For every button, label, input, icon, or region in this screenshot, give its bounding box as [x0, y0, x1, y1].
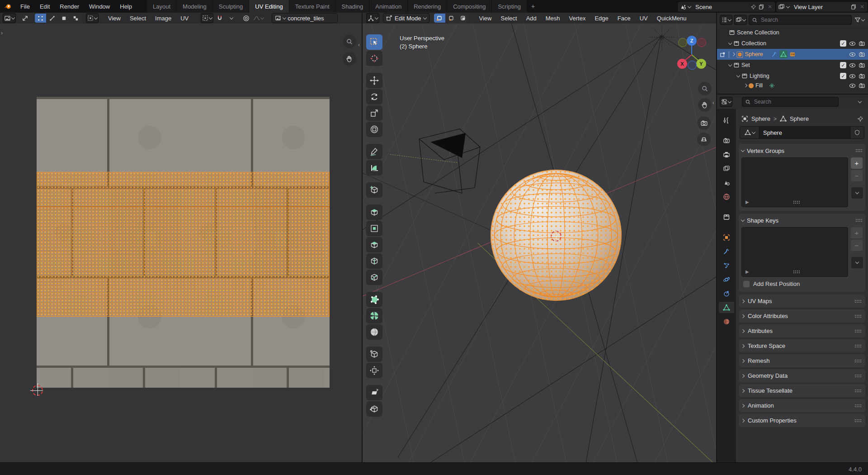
tab-object-data[interactable]: [719, 302, 734, 313]
uv-zoom-gizmo[interactable]: [343, 35, 356, 48]
outliner-filter-button[interactable]: [854, 15, 865, 24]
vertex-group-specials-button[interactable]: [851, 187, 863, 199]
outliner-row-scene-collection[interactable]: Scene Collection: [717, 27, 868, 38]
uv-editor-type-button[interactable]: [3, 13, 16, 23]
uv-snap-settings-dropdown[interactable]: [226, 14, 237, 23]
tool-select-box[interactable]: [366, 34, 382, 50]
workspace-tab-animation[interactable]: Animation: [369, 0, 407, 13]
tab-tool[interactable]: [719, 114, 734, 126]
vertex-groups-header[interactable]: Vertex Groups: [741, 146, 863, 156]
hide-eye-icon[interactable]: [849, 62, 856, 69]
tab-output[interactable]: [719, 149, 734, 160]
collection-checkbox[interactable]: ✓: [840, 73, 846, 79]
tab-view-layer[interactable]: [719, 163, 734, 174]
pin-icon[interactable]: [857, 116, 863, 122]
vp-menu-edge[interactable]: Edge: [590, 15, 612, 22]
new-view-layer-icon[interactable]: [850, 4, 857, 10]
vp-menu-quickmenu[interactable]: QuickMenu: [653, 15, 691, 22]
vp-menu-view[interactable]: View: [475, 15, 496, 22]
vertex-group-remove-button[interactable]: −: [851, 170, 863, 181]
expand-icon[interactable]: [728, 41, 732, 44]
workspace-tab-shading[interactable]: Shading: [336, 0, 369, 13]
viewport-perspective-toggle-gizmo[interactable]: [697, 133, 711, 146]
outliner-row-fill[interactable]: Fill: [717, 81, 868, 90]
outliner-row-sphere[interactable]: │ Sphere: [717, 49, 868, 60]
tool-shrink-fatten[interactable]: [366, 363, 382, 378]
material-icon[interactable]: [789, 51, 796, 57]
uv-sync-select-toggle[interactable]: [19, 14, 30, 23]
uv-select-mode-face[interactable]: [58, 14, 70, 23]
tab-physics[interactable]: [719, 274, 734, 285]
region-divider[interactable]: [717, 94, 868, 95]
uv-toolbar-expand-arrow[interactable]: ›: [1, 30, 3, 36]
properties-search-input[interactable]: [753, 98, 835, 105]
tab-collection[interactable]: [719, 211, 734, 223]
gizmo-axis-neg-z[interactable]: [688, 61, 697, 70]
gizmo-axis-neg-x[interactable]: [697, 38, 706, 47]
tool-bevel[interactable]: [366, 237, 382, 252]
vp-menu-add[interactable]: Add: [522, 15, 541, 22]
select-mode-edge[interactable]: [446, 14, 457, 23]
collection-checkbox[interactable]: ✓: [840, 62, 846, 68]
workspace-tab-layout[interactable]: Layout: [147, 0, 176, 13]
tool-knife[interactable]: [366, 270, 382, 285]
outliner-row-lighting[interactable]: Lighting ✓: [717, 71, 868, 81]
uv-sidebar-expand-arrow[interactable]: ‹: [358, 42, 360, 48]
uv-image-selector[interactable]: concrete_tiles: [272, 13, 338, 23]
breadcrumb-data-name[interactable]: Sphere: [790, 115, 809, 122]
uv-select-mode-vertex[interactable]: [35, 14, 46, 23]
expand-icon[interactable]: [728, 62, 732, 66]
collection-checkbox[interactable]: ✓: [840, 40, 846, 47]
shape-keys-list[interactable]: ▶: [741, 227, 848, 277]
uv-menu-image[interactable]: Image: [151, 15, 175, 22]
tab-scene[interactable]: [719, 177, 734, 188]
uv-select-mode-edge[interactable]: [47, 14, 58, 23]
remove-view-layer-icon[interactable]: ✕: [859, 4, 866, 10]
mode-dropdown[interactable]: Edit Mode: [383, 13, 429, 23]
tab-render[interactable]: [719, 135, 734, 146]
vertex-group-add-button[interactable]: +: [851, 157, 863, 169]
modifier-wrench-icon[interactable]: [771, 51, 778, 57]
shape-key-remove-button[interactable]: −: [851, 240, 863, 251]
shape-key-add-button[interactable]: +: [851, 227, 863, 238]
tool-edge-slide[interactable]: [366, 347, 382, 362]
drag-grip-icon[interactable]: [854, 329, 862, 333]
expand-icon[interactable]: [744, 84, 747, 87]
hide-eye-icon[interactable]: [849, 51, 856, 58]
add-workspace-button[interactable]: +: [527, 3, 539, 10]
vp-menu-mesh[interactable]: Mesh: [542, 15, 564, 22]
workspace-tab-uv-editing[interactable]: UV Editing: [249, 0, 288, 13]
workspace-tab-compositing[interactable]: Compositing: [447, 0, 491, 13]
vp-menu-face[interactable]: Face: [613, 15, 635, 22]
uv-snap-toggle[interactable]: [214, 14, 225, 23]
drag-grip-icon[interactable]: [854, 344, 862, 348]
viewport-camera-view-gizmo[interactable]: [697, 116, 711, 130]
fake-user-button[interactable]: [850, 126, 864, 139]
tool-poly-build[interactable]: [366, 292, 382, 307]
outliner-row-set[interactable]: Set ✓: [717, 60, 868, 71]
render-camera-icon[interactable]: [859, 62, 865, 69]
tab-object-constraints[interactable]: [719, 288, 734, 299]
viewport-zoom-gizmo[interactable]: [698, 82, 712, 95]
tool-rotate[interactable]: [366, 89, 382, 104]
uv-menu-uv[interactable]: UV: [176, 15, 193, 22]
workspace-tab-modeling[interactable]: Modeling: [177, 0, 212, 13]
properties-options-dropdown[interactable]: [854, 97, 865, 106]
menu-help[interactable]: Help: [115, 0, 137, 13]
mesh-data-dropdown[interactable]: [740, 126, 760, 139]
region-divider[interactable]: [362, 13, 363, 462]
render-camera-icon[interactable]: [859, 40, 865, 47]
outliner-editor-type-button[interactable]: [720, 15, 732, 25]
section-color-attributes[interactable]: Color Attributes: [739, 309, 865, 323]
vp-menu-uv[interactable]: UV: [636, 15, 652, 22]
shape-key-specials-button[interactable]: [851, 256, 863, 269]
gizmo-axis-x[interactable]: X: [677, 59, 687, 69]
tool-annotate[interactable]: [366, 144, 382, 159]
select-mode-vertex[interactable]: [434, 14, 445, 23]
list-expand-icon[interactable]: ▶: [745, 269, 749, 274]
uv-menu-view[interactable]: View: [104, 15, 125, 22]
drag-grip-icon[interactable]: [854, 389, 862, 393]
list-expand-icon[interactable]: ▶: [745, 200, 749, 204]
drag-grip-icon[interactable]: [855, 149, 863, 152]
section-custom-properties[interactable]: Custom Properties: [739, 414, 865, 427]
